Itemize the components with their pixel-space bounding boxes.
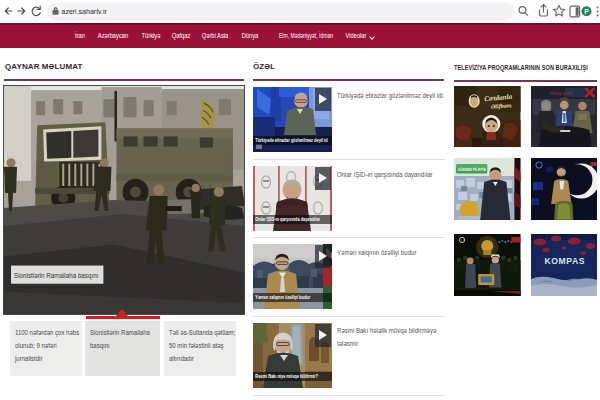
svg-text:GÜNDEM FİLİSTİN: GÜNDEM FİLİSTİN [458, 167, 486, 172]
svg-text:KOMPAS: KOMPAS [544, 257, 585, 267]
svg-text:P: P [584, 8, 589, 15]
svg-text:Haqq sözü: Haqq sözü [549, 91, 572, 96]
svg-text:Sionistlərin Ramallaha basqını: Sionistlərin Ramallaha basqını [14, 271, 98, 280]
